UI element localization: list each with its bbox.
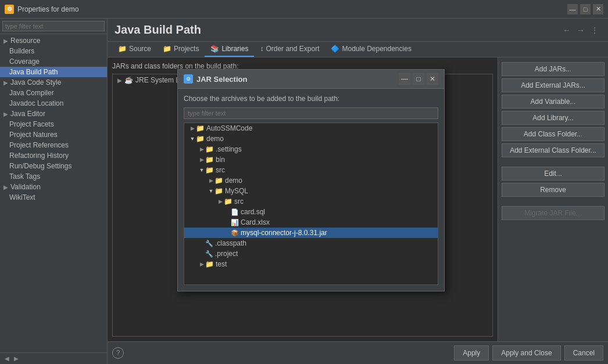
sidebar-item-label: Project References (9, 141, 69, 149)
dtree-label: demo (225, 176, 242, 185)
folder-icon: 📁 (214, 176, 223, 185)
dialog-minimize-button[interactable]: — (399, 73, 410, 85)
arrow-icon: ▶ (3, 80, 8, 86)
sidebar-bottom: ◀ ▶ (0, 352, 107, 364)
back-button[interactable]: ← (560, 24, 573, 36)
sidebar-item-validation[interactable]: ▶ Validation (0, 182, 107, 192)
sidebar-item-java-build-path[interactable]: Java Build Path (0, 67, 107, 77)
close-button[interactable]: ✕ (593, 4, 603, 15)
window-title: Properties for demo (17, 5, 567, 13)
dtree-label: AutoSSMCode (206, 124, 252, 132)
dtree-demo-sub[interactable]: ▶ 📁 demo (184, 175, 438, 186)
folder-icon: 📁 (224, 197, 233, 206)
sidebar-item-label: Javadoc Location (9, 99, 63, 107)
sidebar-item-javadoc-location[interactable]: Javadoc Location (0, 98, 107, 109)
dtree-mysql-connector[interactable]: 📦 mysql-connector-j-8.0.31.jar (184, 228, 438, 238)
dialog-title-text: JAR Selection (196, 75, 247, 84)
scroll-left-btn[interactable]: ◀ (2, 355, 12, 362)
dtree-arrow: ▼ (189, 136, 196, 142)
order-tab-icon: ↕ (260, 45, 263, 53)
dtree-classpath[interactable]: 🔧 .classpath (184, 238, 438, 248)
sidebar-item-coverage[interactable]: Coverage (0, 56, 107, 67)
dtree-bin[interactable]: ▶ 📁 bin (184, 154, 438, 165)
apply-button[interactable]: Apply (454, 345, 489, 361)
tab-source-label: Source (129, 45, 151, 53)
dtree-autossmcode[interactable]: ▶ 📁 AutoSSMCode (184, 123, 438, 134)
dtree-demo[interactable]: ▼ 📁 demo (184, 134, 438, 144)
dialog-filter-area (184, 107, 438, 119)
dialog-close-button[interactable]: ✕ (427, 73, 438, 85)
tab-projects[interactable]: 📁 Projects (157, 42, 205, 57)
sidebar-item-resource[interactable]: ▶ Resource (0, 35, 107, 46)
libraries-tab-icon: 📚 (210, 45, 219, 53)
sidebar-item-java-editor[interactable]: ▶ Java Editor (0, 109, 107, 119)
help-button[interactable]: ? (112, 347, 124, 359)
tab-module-dependencies[interactable]: 🔷 Module Dependencies (325, 42, 417, 57)
tab-libraries-label: Libraries (221, 45, 248, 53)
forward-button[interactable]: → (574, 24, 587, 36)
dtree-arrow: ▼ (198, 167, 205, 173)
sidebar-item-project-natures[interactable]: Project Natures (0, 129, 107, 140)
sidebar-item-run-debug[interactable]: Run/Debug Settings (0, 161, 107, 171)
sidebar-item-project-references[interactable]: Project References (0, 140, 107, 150)
sidebar-item-builders[interactable]: Builders (0, 46, 107, 56)
xml-icon-2: 🔧 (205, 250, 213, 258)
dialog-body: Choose the archives to be added to the b… (178, 89, 444, 291)
dtree-arrow: ▶ (198, 146, 205, 152)
tab-order-export[interactable]: ↕ Order and Export (254, 42, 325, 57)
sidebar-item-label: Java Code Style (10, 78, 61, 87)
dtree-src[interactable]: ▼ 📁 src (184, 165, 438, 175)
dtree-arrow: ▼ (208, 188, 214, 194)
sidebar-item-label: Java Compiler (9, 89, 54, 97)
dialog-maximize-button[interactable]: □ (413, 73, 424, 85)
dtree-card-xlsx[interactable]: 📊 Card.xlsx (184, 217, 438, 228)
apply-close-button[interactable]: Apply and Close (492, 345, 560, 361)
cancel-button[interactable]: Cancel (564, 345, 603, 361)
dtree-label: bin (216, 156, 225, 164)
dtree-card-sql[interactable]: 📄 card.sql (184, 207, 438, 217)
jar-selection-overlay: ⚙ JAR Selection — □ ✕ Choose the archive… (108, 57, 608, 341)
dtree-label: Card.xlsx (241, 218, 270, 226)
sidebar-item-label: Builders (9, 47, 34, 55)
sidebar-filter-input[interactable] (2, 21, 105, 31)
menu-button[interactable]: ⋮ (588, 24, 601, 36)
dtree-src-sub[interactable]: ▶ 📁 src (184, 196, 438, 207)
minimize-button[interactable]: — (567, 4, 578, 15)
dialog-filter-input[interactable] (184, 107, 438, 119)
file-icon: 📄 (231, 208, 239, 216)
arrow-icon: ▶ (3, 38, 8, 44)
tab-order-label: Order and Export (266, 45, 319, 53)
dtree-test[interactable]: ▶ 📁 test (184, 259, 438, 269)
dtree-project[interactable]: 🔧 .project (184, 248, 438, 259)
dialog-tree[interactable]: ▶ 📁 AutoSSMCode ▼ 📁 demo (184, 122, 438, 285)
sidebar-item-label: Resource (10, 37, 40, 45)
panel-title: Java Build Path (115, 23, 201, 37)
tabs-bar: 📁 Source 📁 Projects 📚 Libraries ↕ Order … (108, 42, 608, 57)
tab-libraries[interactable]: 📚 Libraries (205, 42, 254, 57)
folder-icon: 📁 (205, 166, 214, 174)
right-panel: Java Build Path ← → ⋮ 📁 Source 📁 Project… (108, 19, 608, 364)
sidebar-item-wikitext[interactable]: WikiText (0, 192, 107, 203)
dtree-settings[interactable]: ▶ 📁 .settings (184, 144, 438, 154)
folder-icon: 📁 (205, 260, 214, 268)
tab-source[interactable]: 📁 Source (112, 42, 157, 57)
sidebar-item-project-facets[interactable]: Project Facets (0, 119, 107, 129)
dtree-label: .project (215, 250, 238, 258)
sidebar-item-java-compiler[interactable]: Java Compiler (0, 88, 107, 98)
dtree-arrow: ▶ (189, 125, 196, 131)
sidebar-item-label: Project Facets (9, 120, 54, 128)
window-controls: — □ ✕ (567, 4, 603, 15)
sidebar-item-java-code-style[interactable]: ▶ Java Code Style (0, 77, 107, 88)
title-bar: ⚙ Properties for demo — □ ✕ (0, 0, 608, 19)
dtree-mysql[interactable]: ▼ 📁 MySQL (184, 186, 438, 196)
dtree-label: test (216, 260, 227, 268)
dtree-arrow: ▶ (208, 178, 214, 183)
sidebar-item-label: Validation (10, 183, 41, 191)
app-icon: ⚙ (5, 5, 14, 14)
dialog-description: Choose the archives to be added to the b… (184, 95, 438, 103)
sidebar-item-refactoring-history[interactable]: Refactoring History (0, 150, 107, 161)
scroll-right-btn[interactable]: ▶ (12, 355, 21, 362)
sidebar: ▶ Resource Builders Coverage Java Build … (0, 19, 108, 364)
maximize-button[interactable]: □ (580, 4, 591, 15)
sidebar-item-task-tags[interactable]: Task Tags (0, 171, 107, 182)
